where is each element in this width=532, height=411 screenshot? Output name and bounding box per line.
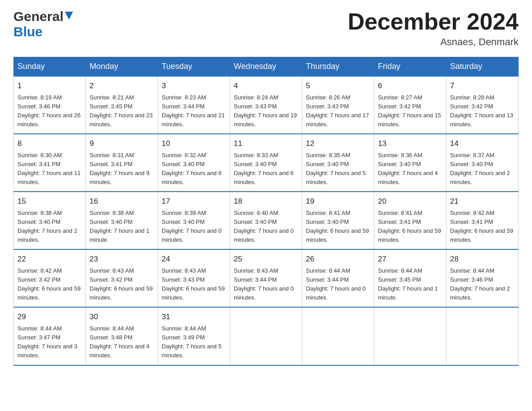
day-number: 27 xyxy=(378,253,442,265)
day-number: 31 xyxy=(162,311,226,323)
table-row: 4 Sunrise: 8:24 AMSunset: 3:43 PMDayligh… xyxy=(230,76,302,134)
calendar-week-row: 8 Sunrise: 8:30 AMSunset: 3:41 PMDayligh… xyxy=(14,134,519,192)
day-info: Sunrise: 8:38 AMSunset: 3:40 PMDaylight:… xyxy=(90,210,150,243)
logo: General Blue xyxy=(13,9,73,39)
table-row xyxy=(446,307,519,365)
day-info: Sunrise: 8:27 AMSunset: 3:42 PMDaylight:… xyxy=(378,94,441,128)
calendar-week-row: 29 Sunrise: 8:44 AMSunset: 3:47 PMDaylig… xyxy=(14,307,519,365)
day-number: 29 xyxy=(17,311,82,323)
table-row: 28 Sunrise: 8:44 AMSunset: 3:46 PMDaylig… xyxy=(446,249,519,307)
day-info: Sunrise: 8:39 AMSunset: 3:40 PMDaylight:… xyxy=(162,210,222,243)
day-info: Sunrise: 8:31 AMSunset: 3:41 PMDaylight:… xyxy=(90,152,150,185)
day-number: 11 xyxy=(234,138,298,150)
day-info: Sunrise: 8:23 AMSunset: 3:44 PMDaylight:… xyxy=(162,94,225,128)
table-row: 14 Sunrise: 8:37 AMSunset: 3:40 PMDaylig… xyxy=(446,134,519,192)
location: Asnaes, Denmark xyxy=(348,36,519,48)
logo-blue-text: Blue xyxy=(13,24,43,39)
table-row: 7 Sunrise: 8:28 AMSunset: 3:42 PMDayligh… xyxy=(446,76,519,134)
page-header: General Blue December 2024 Asnaes, Denma… xyxy=(13,9,519,48)
table-row: 2 Sunrise: 8:21 AMSunset: 3:45 PMDayligh… xyxy=(86,76,158,134)
calendar-week-row: 15 Sunrise: 8:38 AMSunset: 3:40 PMDaylig… xyxy=(14,192,519,249)
day-number: 3 xyxy=(162,80,226,92)
logo-triangle-icon xyxy=(65,12,73,20)
day-info: Sunrise: 8:28 AMSunset: 3:42 PMDaylight:… xyxy=(450,94,513,128)
table-row: 15 Sunrise: 8:38 AMSunset: 3:40 PMDaylig… xyxy=(14,192,86,249)
calendar-table: Sunday Monday Tuesday Wednesday Thursday… xyxy=(13,57,519,365)
table-row xyxy=(230,307,302,365)
day-info: Sunrise: 8:40 AMSunset: 3:40 PMDaylight:… xyxy=(234,210,294,243)
table-row: 12 Sunrise: 8:35 AMSunset: 3:40 PMDaylig… xyxy=(302,134,374,192)
table-row: 13 Sunrise: 8:36 AMSunset: 3:40 PMDaylig… xyxy=(374,134,446,192)
day-number: 24 xyxy=(162,253,226,265)
col-friday: Friday xyxy=(374,57,446,77)
day-number: 12 xyxy=(306,138,370,150)
table-row: 1 Sunrise: 8:19 AMSunset: 3:46 PMDayligh… xyxy=(14,76,86,134)
day-number: 9 xyxy=(90,138,154,150)
table-row: 10 Sunrise: 8:32 AMSunset: 3:40 PMDaylig… xyxy=(158,134,230,192)
day-number: 8 xyxy=(17,138,82,150)
table-row: 30 Sunrise: 8:44 AMSunset: 3:48 PMDaylig… xyxy=(86,307,158,365)
day-number: 6 xyxy=(378,80,442,92)
day-info: Sunrise: 8:33 AMSunset: 3:40 PMDaylight:… xyxy=(234,152,294,185)
table-row: 25 Sunrise: 8:43 AMSunset: 3:44 PMDaylig… xyxy=(230,249,302,307)
table-row: 20 Sunrise: 8:41 AMSunset: 3:41 PMDaylig… xyxy=(374,192,446,249)
table-row: 29 Sunrise: 8:44 AMSunset: 3:47 PMDaylig… xyxy=(14,307,86,365)
month-title: December 2024 xyxy=(348,9,519,34)
day-number: 21 xyxy=(450,196,515,207)
day-number: 19 xyxy=(306,196,370,207)
day-info: Sunrise: 8:37 AMSunset: 3:40 PMDaylight:… xyxy=(450,152,510,185)
day-info: Sunrise: 8:21 AMSunset: 3:45 PMDaylight:… xyxy=(90,94,153,128)
table-row: 3 Sunrise: 8:23 AMSunset: 3:44 PMDayligh… xyxy=(158,76,230,134)
table-row: 16 Sunrise: 8:38 AMSunset: 3:40 PMDaylig… xyxy=(86,192,158,249)
table-row: 23 Sunrise: 8:43 AMSunset: 3:42 PMDaylig… xyxy=(86,249,158,307)
calendar-week-row: 1 Sunrise: 8:19 AMSunset: 3:46 PMDayligh… xyxy=(14,76,519,134)
day-number: 4 xyxy=(234,80,298,92)
day-info: Sunrise: 8:44 AMSunset: 3:45 PMDaylight:… xyxy=(378,267,438,301)
day-info: Sunrise: 8:44 AMSunset: 3:48 PMDaylight:… xyxy=(90,325,150,359)
calendar-week-row: 22 Sunrise: 8:42 AMSunset: 3:42 PMDaylig… xyxy=(14,249,519,307)
day-info: Sunrise: 8:38 AMSunset: 3:40 PMDaylight:… xyxy=(17,210,77,243)
day-number: 14 xyxy=(450,138,515,150)
day-number: 15 xyxy=(17,196,82,207)
table-row: 19 Sunrise: 8:41 AMSunset: 3:40 PMDaylig… xyxy=(302,192,374,249)
col-wednesday: Wednesday xyxy=(230,57,302,77)
day-info: Sunrise: 8:42 AMSunset: 3:41 PMDaylight:… xyxy=(450,210,513,243)
table-row: 26 Sunrise: 8:44 AMSunset: 3:44 PMDaylig… xyxy=(302,249,374,307)
table-row: 18 Sunrise: 8:40 AMSunset: 3:40 PMDaylig… xyxy=(230,192,302,249)
day-info: Sunrise: 8:36 AMSunset: 3:40 PMDaylight:… xyxy=(378,152,438,185)
day-info: Sunrise: 8:44 AMSunset: 3:49 PMDaylight:… xyxy=(162,325,222,359)
day-number: 23 xyxy=(90,253,154,265)
day-number: 20 xyxy=(378,196,442,207)
logo-general-text: General xyxy=(13,9,64,24)
day-number: 26 xyxy=(306,253,370,265)
day-number: 2 xyxy=(90,80,154,92)
table-row xyxy=(374,307,446,365)
day-number: 1 xyxy=(17,80,82,92)
svg-marker-0 xyxy=(65,12,73,20)
day-info: Sunrise: 8:43 AMSunset: 3:43 PMDaylight:… xyxy=(162,267,225,301)
day-info: Sunrise: 8:43 AMSunset: 3:42 PMDaylight:… xyxy=(90,267,153,301)
day-info: Sunrise: 8:30 AMSunset: 3:41 PMDaylight:… xyxy=(17,152,81,185)
day-number: 28 xyxy=(450,253,515,265)
table-row: 17 Sunrise: 8:39 AMSunset: 3:40 PMDaylig… xyxy=(158,192,230,249)
day-info: Sunrise: 8:32 AMSunset: 3:40 PMDaylight:… xyxy=(162,152,222,185)
table-row: 8 Sunrise: 8:30 AMSunset: 3:41 PMDayligh… xyxy=(14,134,86,192)
table-row xyxy=(302,307,374,365)
day-info: Sunrise: 8:41 AMSunset: 3:41 PMDaylight:… xyxy=(378,210,441,243)
day-number: 13 xyxy=(378,138,442,150)
title-block: December 2024 Asnaes, Denmark xyxy=(348,9,519,48)
day-number: 25 xyxy=(234,253,298,265)
col-monday: Monday xyxy=(86,57,158,77)
day-number: 18 xyxy=(234,196,298,207)
day-info: Sunrise: 8:35 AMSunset: 3:40 PMDaylight:… xyxy=(306,152,366,185)
day-info: Sunrise: 8:44 AMSunset: 3:46 PMDaylight:… xyxy=(450,267,510,301)
table-row: 22 Sunrise: 8:42 AMSunset: 3:42 PMDaylig… xyxy=(14,249,86,307)
day-info: Sunrise: 8:41 AMSunset: 3:40 PMDaylight:… xyxy=(306,210,369,243)
table-row: 9 Sunrise: 8:31 AMSunset: 3:41 PMDayligh… xyxy=(86,134,158,192)
day-info: Sunrise: 8:44 AMSunset: 3:44 PMDaylight:… xyxy=(306,267,366,301)
calendar-header-row: Sunday Monday Tuesday Wednesday Thursday… xyxy=(14,57,519,77)
col-saturday: Saturday xyxy=(446,57,519,77)
day-info: Sunrise: 8:43 AMSunset: 3:44 PMDaylight:… xyxy=(234,267,294,301)
day-number: 30 xyxy=(90,311,154,323)
col-sunday: Sunday xyxy=(14,57,86,77)
